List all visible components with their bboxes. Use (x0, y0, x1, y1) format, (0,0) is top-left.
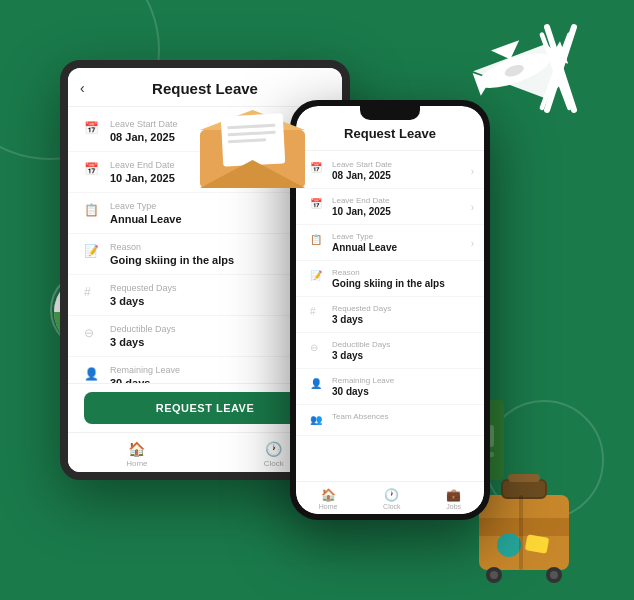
tablet-row-icon: 📝 (84, 244, 100, 260)
tablet-row-value: 3 days (110, 295, 177, 307)
tablet-row-label: Leave Type (110, 201, 182, 211)
phone-nav: 🏠 Home 🕐 Clock 💼 Jobs (296, 481, 484, 514)
tablet-row-label: Leave End Date (110, 160, 175, 170)
phone-row-icon: 📝 (310, 270, 324, 284)
tablet-title: Request Leave (152, 80, 258, 97)
phone-row-value: 30 days (332, 386, 394, 397)
tablet-nav-clock-label: Clock (264, 459, 284, 468)
phone-row-content: Leave Type Annual Leave (332, 232, 397, 253)
tablet-row-label: Deductible Days (110, 324, 176, 334)
phone-row-label: Team Absences (332, 412, 388, 421)
phone-row-content: Leave End Date 10 Jan, 2025 (332, 196, 391, 217)
phone-row: 📋 Leave Type Annual Leave › (296, 225, 484, 261)
phone-notch (360, 106, 420, 120)
phone-row-label: Leave Type (332, 232, 397, 241)
phone-title: Request Leave (344, 126, 436, 141)
tablet-row-value: 08 Jan, 2025 (110, 131, 178, 143)
tablet-row-icon: 👤 (84, 367, 100, 383)
tablet-row-content: Leave End Date 10 Jan, 2025 (110, 160, 175, 184)
svg-rect-21 (519, 495, 523, 570)
phone-row: 👤 Remaining Leave 30 days (296, 369, 484, 405)
phone-device: Request Leave 📅 Leave Start Date 08 Jan,… (290, 100, 490, 520)
home-icon: 🏠 (128, 441, 145, 457)
phone-nav-clock[interactable]: 🕐 Clock (383, 488, 401, 510)
phone-screen: Request Leave 📅 Leave Start Date 08 Jan,… (296, 106, 484, 514)
phone-row-icon: 📅 (310, 198, 324, 212)
tablet-row-content: Leave Type Annual Leave (110, 201, 182, 225)
svg-rect-14 (508, 474, 540, 482)
phone-clock-icon: 🕐 (384, 488, 399, 502)
phone-row-content: Reason Going skiing in the alps (332, 268, 445, 289)
phone-row: # Requested Days 3 days (296, 297, 484, 333)
tablet-row-content: Deductible Days 3 days (110, 324, 176, 348)
phone-row-icon: # (310, 306, 324, 320)
phone-nav-jobs[interactable]: 💼 Jobs (446, 488, 461, 510)
phone-row: 📅 Leave Start Date 08 Jan, 2025 › (296, 153, 484, 189)
tablet-row-value: Going skiing in the alps (110, 254, 234, 266)
phone-row-value: Going skiing in the alps (332, 278, 445, 289)
phone-row-icon: ⊖ (310, 342, 324, 356)
phone-row-value: 10 Jan, 2025 (332, 206, 391, 217)
tablet-row-icon: 📅 (84, 121, 100, 137)
phone-row-label: Leave End Date (332, 196, 391, 205)
phone-row-value: 3 days (332, 314, 391, 325)
tablet-row-value: Annual Leave (110, 213, 182, 225)
phone-row-value: 08 Jan, 2025 (332, 170, 392, 181)
tablet-nav-home[interactable]: 🏠 Home (126, 441, 147, 468)
svg-point-18 (550, 571, 558, 579)
tablet-row-icon: 📋 (84, 203, 100, 219)
tablet-header: ‹ Request Leave (68, 68, 342, 107)
phone-row: ⊖ Deductible Days 3 days (296, 333, 484, 369)
phone-nav-jobs-label: Jobs (446, 503, 461, 510)
tablet-nav-home-label: Home (126, 459, 147, 468)
phone-row-label: Deductible Days (332, 340, 390, 349)
tablet-row-content: Remaining Leave 30 days (110, 365, 180, 383)
tablet-row-content: Leave Start Date 08 Jan, 2025 (110, 119, 178, 143)
phone-row-value: 3 days (332, 350, 390, 361)
phone-row-label: Reason (332, 268, 445, 277)
tablet-row-icon: ⊖ (84, 326, 100, 342)
phone-row-content: Remaining Leave 30 days (332, 376, 394, 397)
phone-row-icon: 👤 (310, 378, 324, 392)
svg-point-17 (490, 571, 498, 579)
phone-row-icon: 📅 (310, 162, 324, 176)
tablet-row-content: Requested Days 3 days (110, 283, 177, 307)
tablet-row-label: Remaining Leave (110, 365, 180, 375)
chevron-right-icon: › (471, 237, 474, 248)
tablet-row-label: Reason (110, 242, 234, 252)
tablet-back-button[interactable]: ‹ (80, 80, 85, 96)
phone-row-icon: 📋 (310, 234, 324, 248)
phone-content: 📅 Leave Start Date 08 Jan, 2025 › 📅 Leav… (296, 151, 484, 481)
chevron-right-icon: › (471, 201, 474, 212)
phone-jobs-icon: 💼 (446, 488, 461, 502)
phone-row-content: Leave Start Date 08 Jan, 2025 (332, 160, 392, 181)
phone-row-content: Requested Days 3 days (332, 304, 391, 325)
phone-row-label: Remaining Leave (332, 376, 394, 385)
phone-home-icon: 🏠 (321, 488, 336, 502)
phone-row-label: Requested Days (332, 304, 391, 313)
phone-row-value: Annual Leave (332, 242, 397, 253)
airplane-icon (459, 22, 579, 121)
tablet-row-value: 3 days (110, 336, 176, 348)
tablet-nav-clock[interactable]: 🕐 Clock (264, 441, 284, 468)
phone-row-content: Deductible Days 3 days (332, 340, 390, 361)
phone-nav-home-label: Home (319, 503, 338, 510)
clock-icon: 🕐 (265, 441, 282, 457)
tablet-row-icon: # (84, 285, 100, 301)
phone-nav-clock-label: Clock (383, 503, 401, 510)
phone-row-icon: 👥 (310, 414, 324, 428)
phone-row-label: Leave Start Date (332, 160, 392, 169)
envelope-decoration (200, 110, 300, 185)
phone-nav-home[interactable]: 🏠 Home (319, 488, 338, 510)
tablet-row-value: 10 Jan, 2025 (110, 172, 175, 184)
tablet-row-label: Requested Days (110, 283, 177, 293)
tablet-row-content: Reason Going skiing in the alps (110, 242, 234, 266)
svg-rect-12 (479, 518, 569, 536)
phone-row: 👥 Team Absences (296, 405, 484, 436)
tablet-row-label: Leave Start Date (110, 119, 178, 129)
tablet-row-icon: 📅 (84, 162, 100, 178)
phone-row: 📅 Leave End Date 10 Jan, 2025 › (296, 189, 484, 225)
phone-row: 📝 Reason Going skiing in the alps (296, 261, 484, 297)
svg-point-19 (497, 533, 521, 557)
phone-row-content: Team Absences (332, 412, 388, 422)
